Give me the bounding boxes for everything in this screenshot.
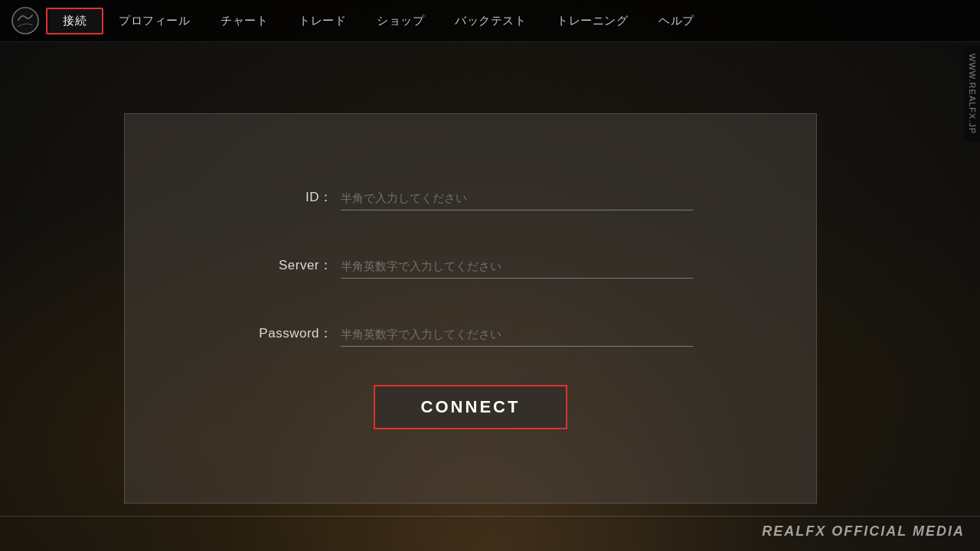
nav-item-help[interactable]: ヘルプ	[643, 8, 710, 34]
watermark-bottom: REALFX OFFICIAL MEDIA	[762, 523, 965, 540]
password-field-row: Password：	[249, 324, 693, 347]
watermark-side: WWW.REALFX.JP	[965, 46, 980, 142]
nav-item-backtest[interactable]: バックテスト	[439, 8, 541, 34]
password-input[interactable]	[341, 328, 693, 341]
nav-item-shop[interactable]: ショップ	[361, 8, 439, 34]
id-input[interactable]	[341, 191, 693, 204]
password-label: Password：	[249, 324, 333, 347]
nav-item-training[interactable]: トレーニング	[541, 8, 643, 34]
nav-item-profile[interactable]: プロフィール	[103, 8, 205, 34]
id-field-row: ID：	[249, 188, 693, 210]
nav-item-chart[interactable]: チャート	[205, 8, 283, 34]
bottom-divider	[0, 516, 980, 517]
nav-item-connect[interactable]: 接続	[46, 8, 103, 34]
server-label: Server：	[249, 256, 333, 279]
server-input-wrap	[341, 259, 693, 279]
server-field-row: Server：	[249, 256, 693, 279]
id-input-wrap	[341, 191, 693, 210]
password-input-wrap	[341, 328, 693, 347]
connect-button[interactable]: CONNECT	[374, 385, 568, 429]
login-dialog: ID： Server： Password： CONNECT	[124, 113, 817, 504]
id-label: ID：	[249, 188, 333, 210]
nav-item-trade[interactable]: トレード	[283, 8, 361, 34]
dialog-content: ID： Server： Password： CONNECT	[125, 114, 816, 503]
server-input[interactable]	[341, 259, 693, 272]
navbar: 接続 プロフィール チャート トレード ショップ バックテスト トレーニング ヘ…	[0, 0, 980, 42]
nav-logo	[8, 4, 42, 38]
svg-point-0	[11, 8, 38, 34]
